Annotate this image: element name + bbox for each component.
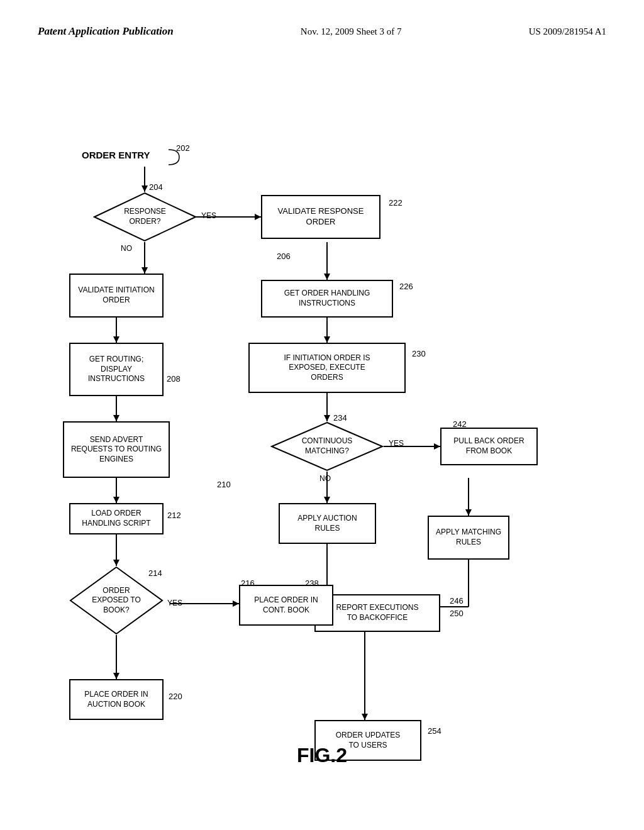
load-order-text: LOAD ORDERHANDLING SCRIPT [82, 509, 150, 528]
send-advert-box: SEND ADVERTREQUESTS TO ROUTINGENGINES [63, 421, 170, 478]
page-header: Patent Application Publication Nov. 12, … [0, 0, 644, 50]
get-routing-box: GET ROUTING;DISPLAYINSTRUCTIONS [69, 343, 164, 396]
svg-marker-31 [465, 509, 472, 516]
svg-marker-7 [324, 274, 330, 280]
validate-response-text: VALIDATE RESPONSE ORDER [278, 206, 364, 228]
svg-marker-3 [255, 214, 261, 220]
order-exposed-text: ORDEREXPOSED TOBOOK? [92, 586, 141, 616]
apply-matching-box: APPLY MATCHINGRULES [428, 516, 509, 560]
label-212: 212 [167, 511, 181, 520]
label-250: 250 [450, 609, 464, 618]
order-entry-label: ORDER ENTRY [82, 150, 150, 160]
place-order-cont-text: PLACE ORDER INCONT. BOOK [254, 595, 318, 615]
validate-response-box: VALIDATE RESPONSE ORDER [261, 195, 380, 239]
label-230: 230 [412, 349, 426, 358]
get-routing-text: GET ROUTING;DISPLAYINSTRUCTIONS [88, 355, 145, 384]
yes-label-3: YES [167, 599, 182, 607]
label-208: 208 [167, 374, 180, 384]
label-222: 222 [389, 198, 402, 208]
page: Patent Application Publication Nov. 12, … [0, 0, 644, 830]
send-advert-text: SEND ADVERTREQUESTS TO ROUTINGENGINES [71, 435, 162, 465]
get-order-handling-box: GET ORDER HANDLINGINSTRUCTIONS [261, 280, 393, 318]
apply-matching-text: APPLY MATCHINGRULES [436, 528, 501, 547]
response-order-text: RESPONSEORDER? [124, 207, 166, 226]
label-226: 226 [399, 282, 413, 291]
svg-marker-13 [113, 415, 119, 421]
apply-auction-text: APPLY AUCTIONRULES [297, 514, 357, 533]
no-label-2: NO [319, 474, 331, 483]
place-order-cont-box: PLACE ORDER INCONT. BOOK [239, 585, 333, 626]
pull-back-text: PULL BACK ORDERFROM BOOK [453, 436, 524, 456]
svg-marker-9 [113, 336, 119, 343]
svg-marker-25 [233, 600, 239, 607]
svg-marker-5 [142, 267, 148, 274]
svg-marker-19 [434, 443, 440, 450]
label-214: 214 [148, 568, 162, 578]
header-patent-number: US 2009/281954 A1 [529, 26, 606, 37]
label-220: 220 [169, 692, 182, 701]
load-order-box: LOAD ORDERHANDLING SCRIPT [69, 503, 164, 534]
report-executions-text: REPORT EXECUTIONSTO BACKOFFICE [336, 603, 419, 622]
fig-label: FIG.2 [0, 744, 644, 767]
svg-marker-23 [113, 560, 119, 566]
label-246: 246 [450, 596, 464, 606]
svg-marker-11 [324, 336, 330, 343]
label-216: 216 [241, 578, 255, 588]
response-order-diamond: RESPONSEORDER? [93, 192, 197, 242]
svg-marker-21 [324, 497, 330, 503]
svg-marker-38 [362, 714, 368, 720]
label-206: 206 [277, 252, 291, 261]
svg-marker-17 [113, 497, 119, 503]
if-initiation-box: IF INITIATION ORDER ISEXPOSED, EXECUTEOR… [248, 343, 406, 393]
yes-label-2: YES [389, 439, 404, 448]
no-label-1: NO [121, 244, 132, 253]
header-publication: Patent Application Publication [38, 25, 174, 38]
label-254: 254 [428, 726, 441, 736]
flowchart-diagram: 202 ORDER ENTRY 204 RESPONSEORDER? YES N… [0, 57, 644, 780]
continuous-matching-text: CONTINUOUSMATCHING? [302, 436, 353, 456]
place-order-auction-box: PLACE ORDER INAUCTION BOOK [69, 679, 164, 720]
if-initiation-text: IF INITIATION ORDER ISEXPOSED, EXECUTEOR… [284, 353, 370, 383]
label-238: 238 [305, 578, 319, 588]
svg-marker-27 [113, 673, 119, 679]
continuous-matching-diamond: CONTINUOUSMATCHING? [270, 421, 384, 472]
apply-auction-box: APPLY AUCTIONRULES [279, 503, 376, 544]
svg-marker-15 [324, 415, 330, 421]
label-210: 210 [217, 480, 231, 489]
report-executions-box: REPORT EXECUTIONSTO BACKOFFICE [314, 594, 440, 632]
svg-marker-1 [142, 185, 148, 192]
arrows-svg [0, 57, 644, 780]
yes-label-1: YES [201, 211, 216, 220]
pull-back-box: PULL BACK ORDERFROM BOOK [440, 428, 538, 465]
place-order-auction-text: PLACE ORDER INAUCTION BOOK [84, 690, 148, 709]
header-date: Nov. 12, 2009 Sheet 3 of 7 [301, 26, 402, 37]
get-order-handling-text: GET ORDER HANDLINGINSTRUCTIONS [284, 289, 370, 308]
validate-initiation-text: VALIDATE INITIATIONORDER [78, 285, 154, 305]
label-202: 202 [176, 143, 190, 153]
label-204: 204 [149, 182, 163, 192]
validate-initiation-box: VALIDATE INITIATIONORDER [69, 274, 164, 318]
